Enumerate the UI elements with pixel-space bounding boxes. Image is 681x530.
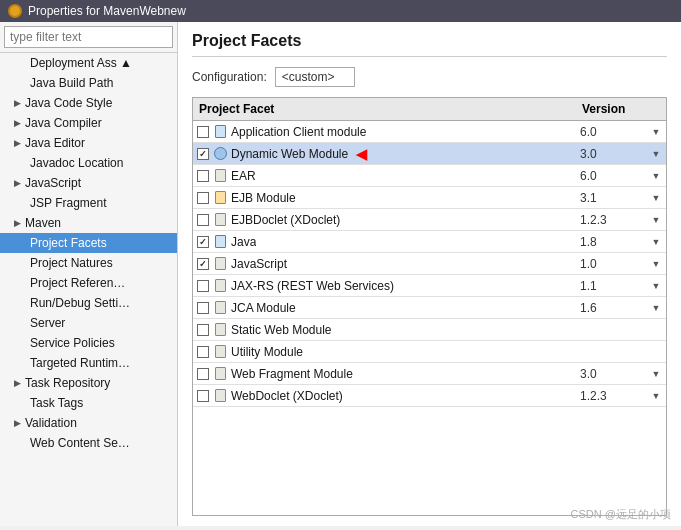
facet-version: 1.0 xyxy=(576,255,646,273)
facet-checkbox[interactable] xyxy=(197,280,209,292)
sidebar-item-targeted-runtime[interactable]: Targeted Runtim… xyxy=(0,353,177,373)
sidebar-item-label: Project Referen… xyxy=(30,276,125,290)
facet-checkbox[interactable] xyxy=(197,236,209,248)
facet-version: 6.0 xyxy=(576,167,646,185)
table-row[interactable]: EJBDoclet (XDoclet)1.2.3▼ xyxy=(193,209,666,231)
right-panel: Project Facets Configuration: <custom> P… xyxy=(178,22,681,526)
config-value[interactable]: <custom> xyxy=(275,67,355,87)
sidebar-item-run-debug[interactable]: Run/Debug Setti… xyxy=(0,293,177,313)
version-dropdown-arrow[interactable]: ▼ xyxy=(646,127,666,137)
config-label: Configuration: xyxy=(192,70,267,84)
title-text: Properties for MavenWebnew xyxy=(28,4,186,18)
sidebar-item-java-editor[interactable]: ▶Java Editor xyxy=(0,133,177,153)
row-facet-cell: Web Fragment Module xyxy=(193,365,576,383)
table-row[interactable]: Static Web Module xyxy=(193,319,666,341)
table-row[interactable]: EJB Module3.1▼ xyxy=(193,187,666,209)
sidebar-item-deployment-ass[interactable]: Deployment Ass ▲ xyxy=(0,53,177,73)
filter-input[interactable] xyxy=(4,26,173,48)
version-dropdown-arrow[interactable]: ▼ xyxy=(646,171,666,181)
sidebar-item-server[interactable]: Server xyxy=(0,313,177,333)
facet-version: 3.1 xyxy=(576,189,646,207)
facet-icon xyxy=(213,257,227,271)
facet-checkbox[interactable] xyxy=(197,148,209,160)
facet-checkbox[interactable] xyxy=(197,258,209,270)
sidebar-item-project-facets[interactable]: Project Facets xyxy=(0,233,177,253)
facet-checkbox[interactable] xyxy=(197,324,209,336)
facet-icon xyxy=(213,345,227,359)
table-row[interactable]: Dynamic Web Module◀3.0▼ xyxy=(193,143,666,165)
facet-checkbox[interactable] xyxy=(197,368,209,380)
version-dropdown-arrow[interactable]: ▼ xyxy=(646,149,666,159)
sidebar-item-java-compiler[interactable]: ▶Java Compiler xyxy=(0,113,177,133)
version-dropdown-arrow[interactable]: ▼ xyxy=(646,391,666,401)
version-dropdown-arrow[interactable]: ▼ xyxy=(646,259,666,269)
facet-checkbox[interactable] xyxy=(197,390,209,402)
facet-icon xyxy=(213,125,227,139)
row-facet-cell: JavaScript xyxy=(193,255,576,273)
facet-name: Static Web Module xyxy=(231,323,332,337)
row-facet-cell: Utility Module xyxy=(193,343,576,361)
sidebar-item-maven[interactable]: ▶Maven xyxy=(0,213,177,233)
sidebar-item-web-content-se[interactable]: Web Content Se… xyxy=(0,433,177,453)
row-facet-cell: JCA Module xyxy=(193,299,576,317)
table-row[interactable]: Web Fragment Module3.0▼ xyxy=(193,363,666,385)
table-row[interactable]: WebDoclet (XDoclet)1.2.3▼ xyxy=(193,385,666,407)
table-row[interactable]: Utility Module xyxy=(193,341,666,363)
sidebar-item-javascript[interactable]: ▶JavaScript xyxy=(0,173,177,193)
facet-name: EJB Module xyxy=(231,191,296,205)
version-dropdown-arrow[interactable]: ▼ xyxy=(646,303,666,313)
facet-name: JAX-RS (REST Web Services) xyxy=(231,279,394,293)
sidebar-item-label: Targeted Runtim… xyxy=(30,356,130,370)
version-dropdown-arrow[interactable]: ▼ xyxy=(646,369,666,379)
config-row: Configuration: <custom> xyxy=(192,67,667,87)
title-bar: Properties for MavenWebnew xyxy=(0,0,681,22)
row-facet-cell: EJBDoclet (XDoclet) xyxy=(193,211,576,229)
sidebar-item-java-code-style[interactable]: ▶Java Code Style xyxy=(0,93,177,113)
facet-version: 6.0 xyxy=(576,123,646,141)
table-row[interactable]: Java1.8▼ xyxy=(193,231,666,253)
sidebar-item-task-repository[interactable]: ▶Task Repository xyxy=(0,373,177,393)
sidebar-item-validation[interactable]: ▶Validation xyxy=(0,413,177,433)
facet-icon xyxy=(213,147,227,161)
table-row[interactable]: JavaScript1.0▼ xyxy=(193,253,666,275)
sidebar-item-label: Run/Debug Setti… xyxy=(30,296,130,310)
sidebar-item-project-reference[interactable]: Project Referen… xyxy=(0,273,177,293)
facet-name: JCA Module xyxy=(231,301,296,315)
title-icon xyxy=(8,4,22,18)
facet-icon xyxy=(213,191,227,205)
expand-arrow-icon: ▶ xyxy=(14,418,21,428)
table-row[interactable]: EAR6.0▼ xyxy=(193,165,666,187)
sidebar-item-label: Java Code Style xyxy=(25,96,112,110)
table-row[interactable]: Application Client module6.0▼ xyxy=(193,121,666,143)
facets-table: Project Facet Version Application Client… xyxy=(192,97,667,516)
col-extra-header xyxy=(646,98,666,120)
sidebar-item-task-tags[interactable]: Task Tags xyxy=(0,393,177,413)
facet-checkbox[interactable] xyxy=(197,170,209,182)
facet-checkbox[interactable] xyxy=(197,126,209,138)
sidebar-item-label: Task Repository xyxy=(25,376,110,390)
version-dropdown-arrow[interactable]: ▼ xyxy=(646,281,666,291)
facet-version: 1.2.3 xyxy=(576,211,646,229)
facet-version: 1.1 xyxy=(576,277,646,295)
sidebar-item-service-policies[interactable]: Service Policies xyxy=(0,333,177,353)
sidebar-item-label: Project Facets xyxy=(30,236,107,250)
facet-checkbox[interactable] xyxy=(197,192,209,204)
facet-icon xyxy=(213,301,227,315)
sidebar-item-jsp-fragment[interactable]: JSP Fragment xyxy=(0,193,177,213)
sidebar-item-javadoc-location[interactable]: Javadoc Location xyxy=(0,153,177,173)
facet-name: Utility Module xyxy=(231,345,303,359)
version-dropdown-arrow[interactable]: ▼ xyxy=(646,237,666,247)
facet-checkbox[interactable] xyxy=(197,346,209,358)
row-facet-cell: EAR xyxy=(193,167,576,185)
facet-checkbox[interactable] xyxy=(197,214,209,226)
facet-name: Dynamic Web Module xyxy=(231,147,348,161)
table-row[interactable]: JAX-RS (REST Web Services)1.1▼ xyxy=(193,275,666,297)
version-dropdown-arrow[interactable]: ▼ xyxy=(646,193,666,203)
table-row[interactable]: JCA Module1.6▼ xyxy=(193,297,666,319)
version-dropdown-arrow[interactable]: ▼ xyxy=(646,215,666,225)
facet-icon xyxy=(213,213,227,227)
row-facet-cell: WebDoclet (XDoclet) xyxy=(193,387,576,405)
facet-checkbox[interactable] xyxy=(197,302,209,314)
sidebar-item-project-natures[interactable]: Project Natures xyxy=(0,253,177,273)
sidebar-item-java-build-path[interactable]: Java Build Path xyxy=(0,73,177,93)
